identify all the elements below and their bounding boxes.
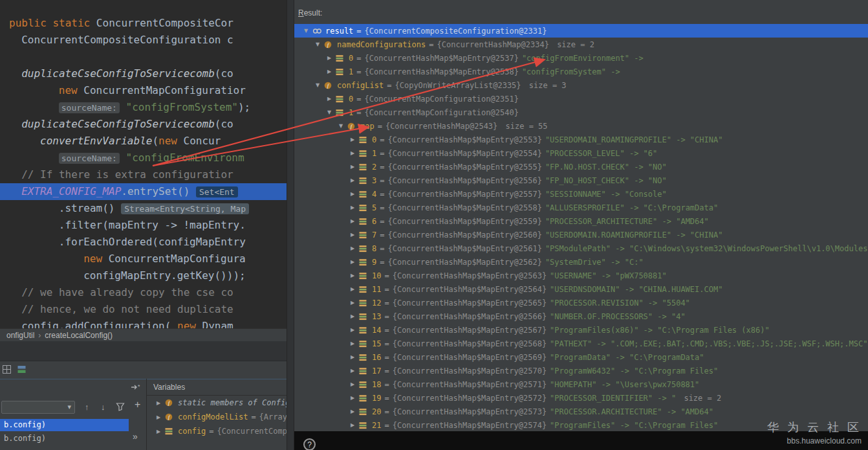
code-line[interactable]: duplicateCseConfigToServicecomb(co xyxy=(0,65,287,82)
variable-row[interactable]: ▼1={ConcurrentMapConfiguration@2540} xyxy=(294,106,868,119)
expand-icon[interactable]: ▶ xyxy=(349,232,356,238)
collapse-icon[interactable]: ▼ xyxy=(338,123,344,129)
collapse-icon[interactable]: ▼ xyxy=(303,28,309,34)
variable-row[interactable]: ▼fnamedConfigurations={ConcurrentHashMap… xyxy=(294,38,868,51)
variable-row[interactable]: ▶fstatic members of ConfigUtil xyxy=(147,396,287,410)
expand-icon[interactable]: ▶ xyxy=(349,327,356,333)
expand-icon[interactable]: ▶ xyxy=(326,55,332,61)
variable-row[interactable]: ▶10={ConcurrentHashMap$MapEntry@2563}"US… xyxy=(294,269,868,282)
expand-icon[interactable]: ▶ xyxy=(349,218,356,224)
variable-row[interactable]: ▶13={ConcurrentHashMap$MapEntry@2566}"NU… xyxy=(294,309,868,323)
code-line[interactable]: duplicateCseConfigToServicecomb(co xyxy=(0,116,287,133)
expand-icon[interactable]: ▶ xyxy=(349,368,356,374)
add-icon[interactable]: + xyxy=(135,400,140,409)
variable-row[interactable]: ▶7={ConcurrentHashMap$MapEntry@2560}"USE… xyxy=(294,228,868,242)
variable-row[interactable]: ▶0={ConcurrentMapConfiguration@2351} xyxy=(294,92,868,106)
variable-row[interactable]: ▶fconfigModelList={ArrayList@ xyxy=(147,410,287,424)
expand-icon[interactable]: ▶ xyxy=(155,400,162,406)
help-icon[interactable]: ? xyxy=(303,438,316,450)
code-line[interactable]: new ConcurrentMapConfigura xyxy=(0,251,287,267)
variable-row[interactable]: ▶9={ConcurrentHashMap$MapEntry@2562}"Sys… xyxy=(294,255,868,269)
variable-row[interactable]: ▶15={ConcurrentHashMap$MapEntry@2568}"PA… xyxy=(294,337,868,350)
variable-row[interactable]: ▶2={ConcurrentHashMap$MapEntry@2555}"FP.… xyxy=(294,160,868,174)
collapse-icon[interactable]: ▼ xyxy=(326,109,332,115)
variable-row[interactable]: ▶config={ConcurrentComposi xyxy=(147,424,287,438)
variable-row[interactable]: ▶19={ConcurrentHashMap$MapEntry@2572}"PR… xyxy=(294,391,868,405)
expand-icon[interactable]: ▶ xyxy=(349,150,356,156)
expand-icon[interactable]: ▶ xyxy=(349,286,356,292)
code-line[interactable]: new ConcurrentMapConfiguratior xyxy=(0,82,287,99)
code-line[interactable]: // If there is extra configuratior xyxy=(0,166,287,183)
expand-icon[interactable]: ▶ xyxy=(155,414,162,420)
variable-row[interactable]: ▶3={ConcurrentHashMap$MapEntry@2556}"FP_… xyxy=(294,174,868,187)
variable-row[interactable]: ▶0={ConcurrentHashMap$MapEntry@2553}"USE… xyxy=(294,133,868,146)
variable-row[interactable]: ▶16={ConcurrentHashMap$MapEntry@2569}"Pr… xyxy=(294,350,868,364)
expand-icon[interactable]: ▶ xyxy=(349,137,356,142)
variable-row[interactable]: ▶17={ConcurrentHashMap$MapEntry@2570}"Pr… xyxy=(294,364,868,377)
code-line[interactable]: sourceName: "configFromSystem"); xyxy=(0,99,287,116)
code-line[interactable]: convertEnvVariable(new Concur xyxy=(0,133,287,150)
variable-row[interactable]: ▼fmap={ConcurrentHashMap@2543} size = 55 xyxy=(294,119,868,133)
variables-tab[interactable]: Variables xyxy=(147,379,287,396)
expand-icon[interactable]: ▶ xyxy=(349,191,356,197)
expand-icon[interactable]: ▶ xyxy=(326,96,332,102)
expand-icon[interactable]: ▶ xyxy=(349,395,356,401)
variable-row[interactable]: ▶1={ConcurrentHashMap$MapEntry@2538}"con… xyxy=(294,65,868,78)
code-line[interactable]: ConcurrentCompositeConfiguration c xyxy=(0,32,287,49)
code-line[interactable]: sourceName: "configFromEnvironm xyxy=(0,150,287,166)
expand-icon[interactable]: ▶ xyxy=(349,245,356,251)
expand-icon[interactable]: ▶ xyxy=(349,341,356,346)
variable-row[interactable]: ▶8={ConcurrentHashMap$MapEntry@2561}"PSM… xyxy=(294,242,868,255)
breadcrumb-method[interactable]: createLocalConfig() xyxy=(45,331,113,340)
code-line[interactable]: .filter(mapEntry -> !mapEntry. xyxy=(0,217,287,234)
expand-icon[interactable]: ▶ xyxy=(349,409,356,414)
variable-row[interactable]: ▶20={ConcurrentHashMap$MapEntry@2573}"PR… xyxy=(294,405,868,418)
frame-row[interactable]: b.config) xyxy=(0,433,129,445)
variable-row[interactable]: ▶1={ConcurrentHashMap$MapEntry@2554}"PRO… xyxy=(294,146,868,160)
variable-row[interactable]: ▶6={ConcurrentHashMap$MapEntry@2559}"PRO… xyxy=(294,214,868,228)
move-up-icon[interactable]: ↑ xyxy=(85,403,89,412)
move-down-icon[interactable]: ↓ xyxy=(101,403,105,412)
code-line[interactable]: .stream() Stream<Entry<String, Map xyxy=(0,200,287,217)
filter-icon[interactable] xyxy=(116,402,125,411)
code-line[interactable] xyxy=(0,49,287,65)
grid-view-icon[interactable] xyxy=(3,365,12,374)
expand-icon[interactable]: ▶ xyxy=(349,422,356,428)
expand-icon[interactable]: ▶ xyxy=(349,205,356,210)
variable-row[interactable]: ▶0={ConcurrentHashMap$MapEntry@2537}"con… xyxy=(294,51,868,65)
variable-row[interactable]: ▶4={ConcurrentHashMap$MapEntry@2557}"SES… xyxy=(294,187,868,201)
code-editor[interactable]: public static ConcurrentCompositeCorConc… xyxy=(0,0,287,329)
expand-icon[interactable]: ▶ xyxy=(349,381,356,387)
code-line[interactable]: config.addConfiguration( new Dynam xyxy=(0,318,287,329)
variable-row[interactable]: ▼result={ConcurrentCompositeConfiguratio… xyxy=(294,24,868,38)
variable-row[interactable]: ▶14={ConcurrentHashMap$MapEntry@2567}"Pr… xyxy=(294,323,868,337)
breadcrumb-class[interactable]: onfigUtil xyxy=(6,331,34,340)
code-line[interactable]: // we have already copy the cse co xyxy=(0,284,287,301)
expand-icon[interactable]: ▶ xyxy=(349,273,356,278)
code-line[interactable]: // hence, we do not need duplicate xyxy=(0,301,287,318)
expand-icon[interactable]: ▶ xyxy=(349,177,356,183)
variable-row[interactable]: ▶11={ConcurrentHashMap$MapEntry@2564}"US… xyxy=(294,282,868,296)
frames-thread-combobox[interactable]: ▾ xyxy=(1,401,75,414)
code-line[interactable]: .forEachOrdered(configMapEntry xyxy=(0,234,287,251)
frame-row[interactable]: b.config) xyxy=(0,419,129,431)
variable-row[interactable]: ▼fconfigList={CopyOnWriteArrayList@2335}… xyxy=(294,78,868,92)
code-line[interactable]: public static ConcurrentCompositeCor xyxy=(0,15,287,32)
splitter[interactable] xyxy=(287,0,294,450)
layout-split-icon[interactable] xyxy=(17,365,27,374)
collapse-icon[interactable]: ▼ xyxy=(314,82,321,88)
variable-row[interactable]: ▶5={ConcurrentHashMap$MapEntry@2558}"ALL… xyxy=(294,201,868,214)
expand-icon[interactable]: ▶ xyxy=(326,69,332,74)
code-line[interactable]: EXTRA_CONFIG_MAP.entrySet() Set<Ent xyxy=(0,183,287,200)
expand-icon[interactable]: ▶ xyxy=(349,259,356,265)
code-line[interactable]: configMapEntry.getKey())); xyxy=(0,267,287,284)
expand-icon[interactable]: ▶ xyxy=(349,300,356,306)
variable-row[interactable]: ▶12={ConcurrentHashMap$MapEntry@2565}"PR… xyxy=(294,296,868,309)
expand-icon[interactable]: ▶ xyxy=(349,164,356,170)
variable-row[interactable]: ▶18={ConcurrentHashMap$MapEntry@2571}"HO… xyxy=(294,377,868,391)
expand-icon[interactable]: ▶ xyxy=(349,313,356,319)
expand-icon[interactable]: ▶ xyxy=(349,354,356,360)
expand-icon[interactable]: ▶ xyxy=(155,429,162,434)
show-values-inline-icon[interactable]: * xyxy=(131,382,141,390)
more-chevrons-icon[interactable]: » xyxy=(133,432,138,441)
